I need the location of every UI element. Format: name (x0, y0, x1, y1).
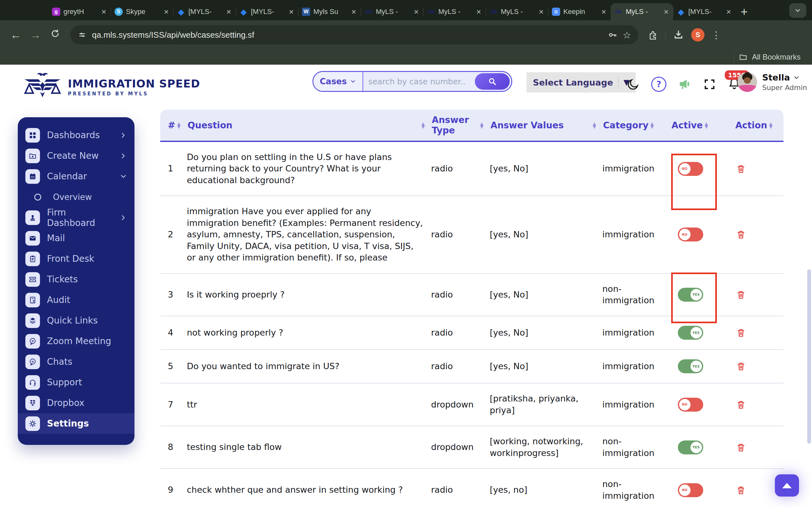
sidebar-item-chats[interactable]: Chats (18, 351, 135, 372)
browser-profile-avatar[interactable]: S (691, 28, 705, 42)
tab-close-icon[interactable]: × (413, 8, 419, 16)
sort-arrows-icon[interactable]: ▲▼ (177, 122, 181, 128)
sidebar-item-dashboards[interactable]: Dashboards (18, 125, 135, 146)
delete-button[interactable] (736, 400, 746, 410)
extensions-puzzle-icon[interactable] (648, 30, 658, 40)
url-text[interactable]: qa.mls.systems/ISS/api/web/cases/setting… (92, 30, 602, 40)
sidebar-item-overview[interactable]: Overview (18, 187, 135, 207)
sort-arrows-icon[interactable]: ▲▼ (769, 122, 773, 128)
sidebar-item-zoom-meeting[interactable]: Zoom Meeting (18, 331, 135, 351)
announcements-megaphone-icon[interactable] (678, 77, 692, 91)
tab-close-icon[interactable]: × (476, 8, 482, 16)
active-toggle[interactable]: YES (678, 441, 703, 454)
delete-button[interactable] (736, 328, 746, 338)
all-bookmarks-label[interactable]: All Bookmarks (752, 53, 801, 61)
tab-close-icon[interactable]: × (663, 8, 669, 16)
sidebar-item-icon (26, 251, 40, 266)
chevron-down-icon[interactable] (793, 74, 800, 81)
column-header-question[interactable]: Question▲▼ (188, 120, 432, 130)
sidebar-item-mail[interactable]: Mail (18, 228, 135, 248)
browser-tab[interactable]: ≡ Keepin × (548, 3, 611, 20)
cell-answer-type: dropdown (431, 441, 490, 453)
delete-button[interactable] (736, 485, 746, 495)
immigration-speed-logo-icon (22, 72, 63, 102)
browser-tab[interactable]: W Myls Su × (298, 3, 361, 20)
case-search-input[interactable] (363, 77, 475, 86)
delete-button[interactable] (736, 229, 746, 239)
tab-close-icon[interactable]: × (163, 8, 169, 16)
sort-arrows-icon[interactable]: ▲▼ (480, 122, 484, 128)
bookmark-star-icon[interactable]: ☆ (623, 30, 631, 41)
address-bar[interactable]: qa.mls.systems/ISS/api/web/cases/setting… (70, 25, 638, 44)
sidebar-item-audit[interactable]: Audit (18, 290, 135, 310)
column-header-action[interactable]: Action▲▼ (726, 120, 779, 130)
column-header-answer-values[interactable]: Answer Values▲▼ (490, 120, 603, 130)
active-toggle[interactable]: YES (678, 359, 703, 373)
sidebar-item-quick-links[interactable]: Quick Links (18, 310, 135, 331)
browser-tab[interactable]: ◆ [MYLS- × (673, 3, 735, 20)
tab-close-icon[interactable]: × (601, 8, 607, 16)
tab-favicon: g (52, 8, 60, 16)
column-header-answer-type[interactable]: Answer Type▲▼ (432, 115, 490, 135)
sidebar-item-tickets[interactable]: Tickets (18, 269, 135, 290)
delete-button[interactable] (736, 290, 746, 300)
sidebar-item-firm-dashboard[interactable]: Firm Dashboard (18, 207, 135, 228)
sort-arrows-icon[interactable]: ▲▼ (705, 122, 708, 128)
browser-tab[interactable]: MyLS - × (423, 3, 486, 20)
browser-tab[interactable]: MyLS - × (361, 3, 423, 20)
bullet-ring-icon (34, 193, 41, 201)
browser-tab[interactable]: ◆ [MYLS- × (173, 3, 236, 20)
tab-label: Keepin (563, 8, 598, 16)
back-button[interactable]: ← (8, 28, 23, 42)
help-icon[interactable]: ? (651, 77, 666, 92)
password-key-icon[interactable] (607, 30, 618, 40)
tab-close-icon[interactable]: × (226, 8, 232, 16)
browser-tab[interactable]: S Skype × (111, 3, 173, 20)
search-button[interactable] (475, 73, 510, 90)
sidebar-item-front-desk[interactable]: Front Desk (18, 248, 135, 269)
sidebar-item-settings[interactable]: Settings (18, 413, 135, 434)
sort-arrows-icon[interactable]: ▲▼ (650, 122, 654, 128)
cell-question: check whther que and answer in setting w… (187, 484, 431, 496)
column-header-category[interactable]: Category▲▼ (603, 120, 661, 130)
browser-tab[interactable]: g greytH × (48, 3, 111, 20)
delete-button[interactable] (736, 164, 746, 174)
forward-button[interactable]: → (28, 28, 43, 42)
active-toggle[interactable]: YES (678, 326, 703, 340)
user-profile[interactable]: Stella Super Admin (738, 72, 807, 92)
reload-button[interactable] (48, 28, 63, 42)
sidebar-item-calendar[interactable]: Calendar (18, 166, 135, 187)
sidebar-item-dropbox[interactable]: Dropbox (18, 393, 135, 413)
active-toggle[interactable]: NO (678, 228, 703, 241)
delete-button[interactable] (736, 361, 746, 372)
download-icon[interactable] (673, 29, 684, 41)
select-language-dropdown[interactable]: Select Language ▼ (526, 72, 636, 93)
tab-search-button[interactable] (789, 3, 806, 18)
active-toggle[interactable]: NO (678, 398, 703, 412)
search-scope-select[interactable]: Cases (313, 72, 363, 91)
site-info-icon[interactable] (78, 30, 87, 40)
scroll-to-top-button[interactable] (775, 474, 799, 497)
browser-tab[interactable]: MyLS - × (611, 3, 673, 20)
browser-tab[interactable]: MyLS - × (486, 3, 548, 20)
tab-close-icon[interactable]: × (351, 8, 357, 16)
tab-close-icon[interactable]: × (726, 8, 732, 16)
sort-arrows-icon[interactable]: ▲▼ (593, 122, 596, 128)
page-scrollbar-thumb[interactable] (807, 269, 811, 444)
active-toggle[interactable]: NO (678, 483, 703, 497)
tab-close-icon[interactable]: × (101, 8, 107, 16)
column-header--[interactable]: #▲▼ (168, 120, 188, 130)
column-header-active[interactable]: Active▲▼ (661, 120, 726, 130)
browser-tab[interactable]: ◆ [MYLS- × (236, 3, 298, 20)
browser-menu-icon[interactable]: ⋮ (711, 30, 721, 41)
sort-arrows-icon[interactable]: ▲▼ (421, 122, 425, 128)
tab-close-icon[interactable]: × (288, 8, 294, 16)
delete-button[interactable] (736, 442, 746, 452)
fullscreen-icon[interactable] (703, 78, 716, 91)
tab-close-icon[interactable]: × (538, 8, 544, 16)
search-scope-label: Cases (320, 77, 347, 86)
sidebar-item-support[interactable]: Support (18, 372, 135, 393)
sidebar-item-create-new[interactable]: Create New (18, 146, 135, 166)
new-tab-button[interactable]: + (741, 6, 748, 18)
dark-mode-moon-icon[interactable] (626, 78, 640, 91)
